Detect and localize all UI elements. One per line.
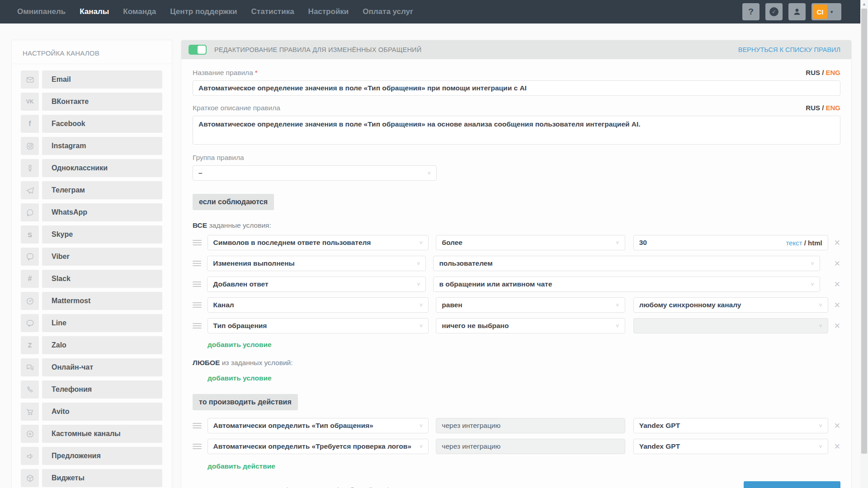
remove-condition-icon[interactable]: ✕ <box>834 301 840 309</box>
sidebar-item-megaphone[interactable]: Предложения <box>21 447 162 465</box>
sidebar-item-telegram[interactable]: Телеграм <box>21 181 162 199</box>
nav-item-6[interactable]: Оплата услуг <box>363 7 413 16</box>
sidebar-item-vk[interactable]: VKВКонтакте <box>21 93 162 111</box>
add-condition-link[interactable]: добавить условие <box>208 374 272 382</box>
chevron-down-icon: ˅ <box>811 281 814 288</box>
telegram-icon <box>21 181 39 199</box>
question-icon: ? <box>748 7 754 17</box>
lang-eng[interactable]: ENG <box>826 104 840 112</box>
nav-item-0[interactable]: Омнипанель <box>17 7 66 16</box>
chevron-down-icon: ˅ <box>417 260 420 267</box>
remove-condition-icon[interactable]: ✕ <box>834 322 840 330</box>
sidebar-item-viber[interactable]: Viber <box>21 248 162 266</box>
chevron-down-icon: ˅ <box>417 281 420 288</box>
nav-item-3[interactable]: Центр поддержки <box>170 7 237 16</box>
condition-value-input[interactable]: 30текст / html <box>633 235 828 250</box>
sidebar-item-instagram[interactable]: Instagram <box>21 137 162 155</box>
sidebar-item-phone[interactable]: Телефония <box>21 380 162 399</box>
action-field-select[interactable]: Автоматически определить «Тип обращения»… <box>208 418 429 433</box>
add-condition-link[interactable]: добавить условие <box>208 341 272 349</box>
rule-enabled-toggle[interactable] <box>189 45 207 55</box>
chevron-down-icon: ˅ <box>616 323 619 329</box>
sidebar-item-odnoklassniki[interactable]: Одноклассники <box>21 159 162 177</box>
drag-handle-icon[interactable] <box>193 239 202 247</box>
add-action-link[interactable]: добавить действие <box>208 462 275 470</box>
sidebar-item-mattermost[interactable]: Mattermost <box>21 292 162 310</box>
action-integration-select[interactable]: Yandex GPT˅ <box>633 439 828 454</box>
save-button[interactable]: Сохранить изменения <box>744 481 840 488</box>
condition-field-select[interactable]: Канал˅ <box>208 297 429 313</box>
sidebar-item-whatsapp[interactable]: WhatsApp <box>21 203 162 221</box>
sidebar-item-chat[interactable]: Онлайн-чат <box>21 358 162 376</box>
remove-condition-icon[interactable]: ✕ <box>834 239 840 247</box>
drag-handle-icon[interactable] <box>193 442 202 450</box>
condition-operator-select[interactable]: пользователем˅ <box>433 256 820 271</box>
drag-handle-icon[interactable] <box>193 259 201 267</box>
plus-circle-icon <box>21 425 39 443</box>
nav-item-4[interactable]: Статистика <box>251 7 294 16</box>
lang-eng[interactable]: ENG <box>826 69 840 76</box>
check-circle-icon: ✓ <box>769 7 778 16</box>
sidebar-item-cart[interactable]: Avito <box>21 403 162 421</box>
condition-row: Изменения выполнены˅пользователем˅✕ <box>193 256 840 271</box>
rule-name-input[interactable]: Автоматическое определение значения в по… <box>193 80 840 96</box>
sidebar-item-cube[interactable]: Виджеты <box>21 469 162 487</box>
condition-operator-select[interactable]: ничего не выбрано˅ <box>436 318 625 333</box>
nav-item-1[interactable]: Каналы <box>80 7 109 16</box>
tasks-button[interactable]: ✓ <box>765 3 783 20</box>
remove-action-icon[interactable]: ✕ <box>834 422 840 430</box>
sidebar-item-label: Slack <box>42 270 162 288</box>
sidebar-item-facebook[interactable]: fFacebook <box>21 115 162 133</box>
drag-handle-icon[interactable] <box>193 280 201 288</box>
remove-action-icon[interactable]: ✕ <box>834 443 840 450</box>
action-row: Автоматически определить «Тип обращения»… <box>193 418 840 433</box>
nav-item-5[interactable]: Настройки <box>308 7 349 16</box>
sidebar-item-email[interactable]: Email <box>21 70 162 89</box>
account-menu-button[interactable]: CI ▾ <box>811 3 841 20</box>
condition-field-select[interactable]: Добавлен ответ˅ <box>207 277 426 292</box>
lang-rus[interactable]: RUS <box>806 104 820 112</box>
sidebar-item-label: Line <box>42 314 162 332</box>
condition-operator-select[interactable]: более˅ <box>436 235 625 250</box>
drag-handle-icon[interactable] <box>193 422 202 430</box>
nav-right-controls: ? ✓ CI ▾ <box>742 3 841 20</box>
sidebar-item-label: Instagram <box>42 137 162 155</box>
action-field-select[interactable]: Автоматически определить «Требуется пров… <box>208 439 429 454</box>
condition-field-select[interactable]: Тип обращения˅ <box>208 318 429 333</box>
sidebar-item-label: Кастомные каналы <box>42 425 162 443</box>
rule-description-textarea[interactable]: Автоматическое определение значения в по… <box>193 116 840 145</box>
lang-rus[interactable]: RUS <box>806 69 820 76</box>
chevron-down-icon: ˅ <box>819 302 822 309</box>
sidebar-item-zalo[interactable]: ZZalo <box>21 336 162 354</box>
remove-condition-icon[interactable]: ✕ <box>834 260 840 267</box>
sidebar-item-label: Одноклассники <box>42 159 162 177</box>
back-to-rules-link[interactable]: ВЕРНУТЬСЯ К СПИСКУ ПРАВИЛ <box>738 46 840 53</box>
condition-operator-select[interactable]: равен˅ <box>436 297 625 313</box>
sidebar-item-plus-circle[interactable]: Кастомные каналы <box>21 425 162 443</box>
rule-description-label: Краткое описание правила <box>193 104 280 112</box>
scrollbar-thumb[interactable] <box>861 9 867 454</box>
rule-group-select[interactable]: – ˅ <box>193 165 437 181</box>
cancel-button[interactable]: отменить <box>697 486 730 488</box>
condition-value-select[interactable]: любому синхронному каналу˅ <box>633 297 828 313</box>
page-scrollbar[interactable]: ▲ <box>860 0 868 488</box>
action-integration-select[interactable]: Yandex GPT˅ <box>633 418 828 433</box>
sidebar-item-line[interactable]: Line <box>21 314 162 332</box>
remove-condition-icon[interactable]: ✕ <box>834 281 840 288</box>
last-edit-info: Последнее редактирование (Carganov Ivan,… <box>193 486 481 488</box>
text-mode-link[interactable]: текст <box>786 239 802 247</box>
drag-handle-icon[interactable] <box>193 322 202 330</box>
help-button[interactable]: ? <box>742 3 760 20</box>
nav-item-2[interactable]: Команда <box>123 7 156 16</box>
condition-operator-select[interactable]: в обращении или активном чате˅ <box>433 277 820 292</box>
sidebar-item-skype[interactable]: SSkype <box>21 225 162 244</box>
condition-field-select[interactable]: Символов в последнем ответе пользователя… <box>208 235 429 250</box>
toggle-knob <box>198 46 206 54</box>
scroll-up-arrow-icon[interactable]: ▲ <box>860 0 868 8</box>
condition-field-select[interactable]: Изменения выполнены˅ <box>207 256 426 271</box>
drag-handle-icon[interactable] <box>193 301 202 309</box>
chevron-down-icon: ˅ <box>819 443 822 450</box>
profile-button[interactable] <box>788 3 806 20</box>
sidebar-item-slack[interactable]: #Slack <box>21 270 162 288</box>
if-conditions-badge: если соблюдаются <box>193 194 274 210</box>
